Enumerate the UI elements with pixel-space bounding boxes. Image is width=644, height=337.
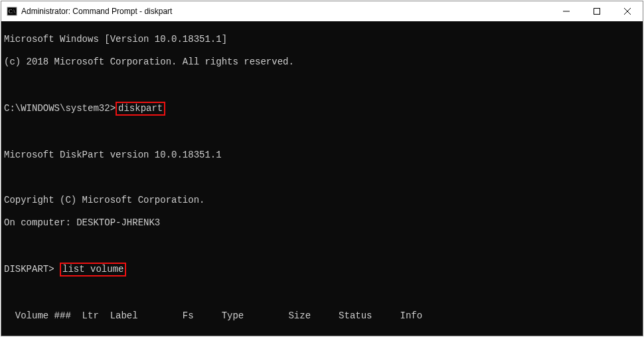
prompt-path: C:\WINDOWS\system32> [4, 103, 116, 114]
text-line: Copyright (C) Microsoft Corporation. [4, 195, 640, 206]
svg-rect-3 [594, 9, 600, 15]
cmd-icon: C:\ [7, 6, 17, 17]
text-line: Microsoft DiskPart version 10.0.18351.1 [4, 150, 640, 161]
table-header: Volume ### Ltr Label Fs Type Size Status… [4, 310, 640, 322]
table-divider: ---------- --- ----------- ----- -------… [4, 333, 640, 336]
diskpart-prompt: DISKPART> [4, 264, 60, 275]
text-line: Microsoft Windows [Version 10.0.18351.1] [4, 34, 640, 45]
close-button[interactable] [612, 1, 643, 21]
minimize-button[interactable] [551, 1, 582, 21]
text-line: (c) 2018 Microsoft Corporation. All righ… [4, 56, 640, 68]
maximize-button[interactable] [582, 1, 612, 21]
text-line: On computer: DESKTOP-JHRENK3 [4, 217, 640, 229]
svg-text:C:\: C:\ [9, 9, 16, 15]
highlighted-command: diskpart [116, 102, 165, 116]
titlebar[interactable]: C:\ Administrator: Command Prompt - disk… [1, 1, 643, 21]
highlighted-command: list volume [60, 263, 126, 277]
console-output[interactable]: Microsoft Windows [Version 10.0.18351.1]… [1, 21, 643, 336]
window-title: Administrator: Command Prompt - diskpart [21, 7, 172, 16]
command-prompt-window: C:\ Administrator: Command Prompt - disk… [1, 1, 643, 336]
